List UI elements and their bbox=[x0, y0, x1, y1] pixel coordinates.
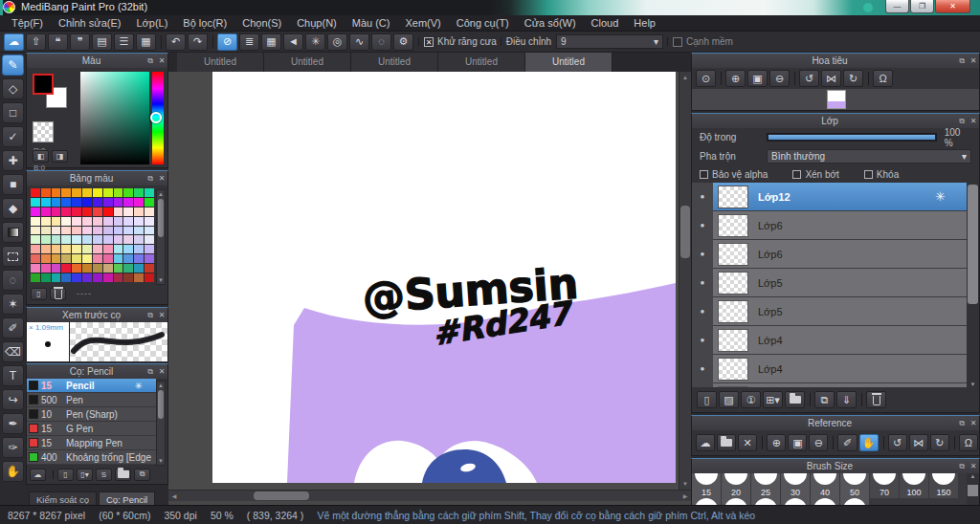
palette-color-cell[interactable] bbox=[123, 254, 133, 263]
palette-color-cell[interactable] bbox=[145, 273, 154, 282]
hue-indicator[interactable] bbox=[150, 112, 162, 123]
palette-color-cell[interactable] bbox=[123, 207, 133, 216]
palette-color-cell[interactable] bbox=[41, 245, 51, 253]
menu-item[interactable]: Màu (C) bbox=[345, 15, 398, 31]
palette-color-cell[interactable] bbox=[123, 188, 133, 197]
delete-color-icon[interactable] bbox=[50, 288, 66, 300]
palette-color-cell[interactable] bbox=[103, 254, 113, 263]
palette-color-cell[interactable] bbox=[82, 217, 92, 226]
palette-color-cell[interactable] bbox=[72, 264, 81, 273]
palette-color-cell[interactable] bbox=[93, 217, 102, 226]
lasso-tool-icon[interactable]: ◌ bbox=[2, 270, 24, 291]
palette-color-cell[interactable] bbox=[31, 254, 40, 263]
palette-color-cell[interactable] bbox=[134, 235, 144, 244]
lock-checkbox[interactable]: Khóa bbox=[864, 169, 899, 180]
chat-bubble-icon[interactable]: ❞ bbox=[70, 33, 90, 51]
duplicate-brush-icon[interactable]: ⧉ bbox=[134, 469, 150, 481]
palette-color-cell[interactable] bbox=[52, 273, 61, 282]
palette-color-cell[interactable] bbox=[41, 254, 51, 263]
scroll-up-icon[interactable]: ▲ bbox=[679, 72, 691, 83]
palette-color-cell[interactable] bbox=[52, 217, 61, 226]
palette-color-cell[interactable] bbox=[61, 273, 71, 282]
opacity-slider[interactable] bbox=[767, 133, 937, 142]
palette-color-cell[interactable] bbox=[82, 207, 92, 216]
palette-color-cell[interactable] bbox=[93, 198, 102, 207]
move-tool-icon[interactable]: ✚ bbox=[2, 150, 24, 171]
redo-icon[interactable]: ↷ bbox=[188, 33, 208, 51]
layer-visibility-toggle[interactable]: ● bbox=[692, 240, 713, 269]
select-marquee-tool-icon[interactable] bbox=[2, 246, 24, 267]
cloud-icon[interactable]: ☁ bbox=[4, 33, 24, 51]
close-icon[interactable]: ✕ bbox=[968, 117, 979, 125]
palette-color-cell[interactable] bbox=[123, 273, 133, 282]
palette-color-cell[interactable] bbox=[82, 245, 92, 253]
palette-color-cell[interactable] bbox=[72, 273, 81, 282]
close-icon[interactable]: ✕ bbox=[156, 174, 167, 183]
palette-color-cell[interactable] bbox=[61, 245, 71, 253]
palette-color-cell[interactable] bbox=[72, 254, 81, 263]
palette-color-cell[interactable] bbox=[103, 227, 113, 235]
brush-cloud-upload-icon[interactable]: ☁ bbox=[30, 469, 46, 481]
brush-row[interactable]: 400 Khoảng trống [Edge ✳ bbox=[27, 450, 156, 465]
menu-item[interactable]: Cloud bbox=[584, 15, 627, 31]
snap-concentric-icon[interactable]: ◎ bbox=[327, 33, 347, 51]
restore-button[interactable]: ❐ bbox=[910, 0, 934, 13]
palette-color-cell[interactable] bbox=[93, 245, 102, 253]
palette-color-cell[interactable] bbox=[82, 273, 92, 282]
canvas-viewport[interactable]: @Sumsin #Rd247 bbox=[168, 72, 691, 490]
palette-color-cell[interactable] bbox=[103, 198, 113, 207]
brush-tool-icon[interactable]: ✎ bbox=[2, 55, 24, 76]
palette-color-cell[interactable] bbox=[72, 188, 81, 197]
palette-color-cell[interactable] bbox=[61, 235, 71, 244]
palette-color-cell[interactable] bbox=[134, 217, 144, 226]
palette-color-cell[interactable] bbox=[82, 264, 92, 273]
menu-item[interactable]: Chỉnh sửa(E) bbox=[51, 15, 128, 31]
palette-color-cell[interactable] bbox=[61, 188, 71, 197]
brush-row[interactable]: 10 Pen (Sharp) ✳ bbox=[27, 407, 156, 422]
window-layout-icon[interactable]: ▦ bbox=[136, 33, 156, 51]
palette-color-cell[interactable] bbox=[93, 254, 102, 263]
popout-icon[interactable]: ⧉ bbox=[145, 56, 156, 66]
script-brush-icon[interactable]: S bbox=[96, 469, 112, 481]
close-icon[interactable]: ✕ bbox=[156, 367, 167, 376]
brush-size-cell[interactable] bbox=[900, 473, 929, 486]
ref-folder-icon[interactable] bbox=[717, 434, 736, 451]
protect-alpha-checkbox[interactable]: Bảo vệ alpha bbox=[700, 169, 768, 180]
snap-off-icon[interactable]: ⊘ bbox=[217, 33, 237, 51]
select-eraser-tool-icon[interactable]: ⌫ bbox=[2, 341, 24, 362]
close-icon[interactable]: ✕ bbox=[156, 311, 167, 319]
popout-icon[interactable]: ⧉ bbox=[956, 462, 968, 471]
scrollbar-handle[interactable] bbox=[680, 206, 690, 258]
palette-color-cell[interactable] bbox=[61, 207, 71, 216]
eyedropper-tool-icon[interactable]: ✑ bbox=[2, 437, 24, 458]
palette-color-cell[interactable] bbox=[82, 188, 92, 197]
menu-item[interactable]: Cửa sổ(W) bbox=[517, 15, 584, 31]
scrollbar-handle[interactable] bbox=[968, 185, 978, 304]
layer-row[interactable]: ● Lớp4 ✳ bbox=[692, 355, 967, 383]
fit-window-icon[interactable]: ▣ bbox=[747, 70, 768, 87]
palette-color-cell[interactable] bbox=[114, 207, 123, 216]
new-brush-menu-icon[interactable]: ▯▾ bbox=[77, 469, 93, 481]
scroll-down-icon[interactable]: ▼ bbox=[967, 382, 979, 387]
palette-color-cell[interactable] bbox=[103, 207, 113, 216]
document-tab[interactable]: Untitled bbox=[177, 53, 264, 72]
new-halftone-layer-icon[interactable]: ▨ bbox=[719, 391, 739, 408]
palette-color-cell[interactable] bbox=[72, 235, 81, 244]
brush-folder-icon[interactable] bbox=[115, 469, 131, 481]
zoom-out-icon[interactable]: ⊖ bbox=[769, 70, 790, 87]
brush-size-cell[interactable] bbox=[811, 473, 840, 486]
snap-parallel-icon[interactable]: ≣ bbox=[239, 33, 259, 51]
clipping-checkbox[interactable]: Xén bớt bbox=[792, 169, 838, 180]
layer-row[interactable]: ● Lớp6 ✳ bbox=[692, 211, 967, 240]
scroll-down-icon[interactable]: ▼ bbox=[157, 276, 165, 284]
palette-color-cell[interactable] bbox=[123, 217, 133, 226]
palette-color-cell[interactable] bbox=[61, 264, 71, 273]
layer-visibility-toggle[interactable]: ● bbox=[692, 326, 713, 355]
ref-flip-icon[interactable]: ⋈ bbox=[909, 434, 928, 451]
scroll-left-icon[interactable]: ◀ bbox=[168, 491, 180, 502]
scroll-up-icon[interactable]: ▲ bbox=[157, 190, 165, 198]
close-icon[interactable]: ✕ bbox=[968, 462, 979, 470]
layer-visibility-toggle[interactable]: ● bbox=[692, 297, 713, 326]
ref-fit-icon[interactable]: ▣ bbox=[788, 434, 807, 451]
layer-scrollbar[interactable]: ▲ ▼ bbox=[967, 183, 979, 387]
